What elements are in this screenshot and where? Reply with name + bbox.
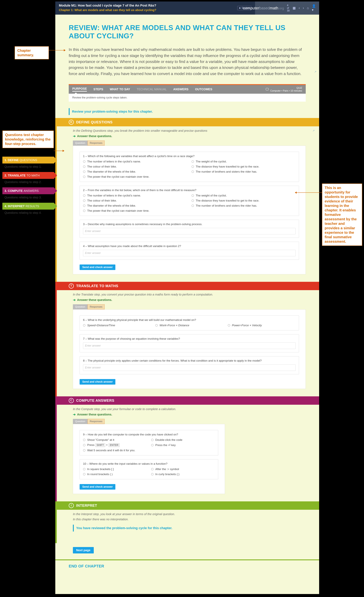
option-label: Shout "Compute" at it bbox=[87, 438, 114, 441]
option[interactable]: Shout "Compute" at it bbox=[83, 438, 147, 441]
tab-responses[interactable]: Responses bbox=[88, 141, 105, 146]
tab-answers[interactable]: ANSWERS bbox=[173, 87, 188, 91]
tab-note: Review the problem-solving cycle steps t… bbox=[69, 94, 306, 102]
send-check-button[interactable]: Send and check answer bbox=[80, 484, 115, 490]
option[interactable]: In square brackets [ ] bbox=[83, 468, 147, 471]
option[interactable]: The power that the cyclist can maintain … bbox=[83, 175, 187, 178]
question-10: 10 – Where do you write the input variab… bbox=[80, 459, 218, 479]
prev-icon[interactable]: ‹ bbox=[299, 6, 300, 10]
option[interactable]: After the := symbol bbox=[151, 468, 215, 471]
radio-icon bbox=[83, 171, 85, 173]
answer-input[interactable]: Enter answer bbox=[83, 364, 296, 371]
radio-icon bbox=[151, 473, 153, 475]
option[interactable]: The diameter of the wheels of the bike. bbox=[83, 204, 187, 207]
option[interactable]: The diameter of the wheels of the bike. bbox=[83, 170, 187, 173]
radio-icon bbox=[191, 165, 194, 168]
option[interactable]: Press the ⏎ key bbox=[151, 443, 215, 447]
option[interactable]: The distance they have travelled to get … bbox=[191, 165, 296, 168]
popout-icon[interactable]: ↗ bbox=[312, 129, 315, 132]
radio-icon bbox=[83, 160, 85, 163]
option-label: The colour of their bike. bbox=[87, 165, 117, 168]
annot-chapter-summary: Chapter summary. bbox=[15, 46, 49, 59]
option-label: Power=Force × Velocity bbox=[232, 324, 262, 327]
grid-icon[interactable]: ▦ bbox=[293, 6, 296, 10]
option[interactable]: Press SHIFT + ENTER bbox=[83, 443, 147, 447]
header-titles: Module M1: How fast could I cycle stage … bbox=[55, 1, 237, 15]
next-icon[interactable]: › bbox=[303, 6, 304, 10]
option[interactable]: Double-click the code bbox=[151, 438, 215, 441]
option-label: The number of brothers and sisters the r… bbox=[196, 170, 257, 173]
option[interactable]: In round brackets ( ) bbox=[83, 473, 147, 476]
radio-icon bbox=[151, 444, 153, 446]
quiz-sub: Computer • Pairs • 10 minutes bbox=[270, 89, 302, 92]
option[interactable]: The weight of the cyclist. bbox=[191, 160, 296, 163]
answer-input[interactable]: Enter answer bbox=[83, 250, 296, 256]
option-label: Press SHIFT + ENTER bbox=[87, 443, 120, 447]
header-right: computerbasedmath.org 4 of 30 ▦ ‹ › ⌂ 👤▾ bbox=[255, 1, 319, 15]
option[interactable]: The weight of the cyclist. bbox=[191, 194, 296, 197]
option[interactable]: The distance they have travelled to get … bbox=[191, 199, 296, 202]
chip-bold: 3. COMPUTE bbox=[4, 189, 23, 193]
option[interactable]: Speed=Distance/Time bbox=[83, 324, 151, 327]
option-label: The distance they have travelled to get … bbox=[196, 165, 259, 168]
question-4: 4 – What assumption have you made about … bbox=[80, 242, 299, 260]
kbd-key: ENTER bbox=[108, 443, 120, 447]
tab-techmanual[interactable]: TECHNICAL MANUAL bbox=[137, 87, 167, 91]
chip-sub: Questions relating to step 1. bbox=[4, 165, 54, 168]
question-text: 7 – What was the purpose of choosing an … bbox=[83, 337, 296, 340]
user-icon[interactable]: 👤▾ bbox=[312, 4, 316, 12]
option[interactable]: The number of letters in the cyclist's n… bbox=[83, 194, 187, 197]
tab-question[interactable]: Question bbox=[73, 419, 88, 424]
radio-icon bbox=[191, 160, 194, 163]
option[interactable]: The colour of their bike. bbox=[83, 199, 187, 202]
question-9: 9 – How do you tell the computer to comp… bbox=[80, 430, 218, 456]
option[interactable]: The number of brothers and sisters the r… bbox=[191, 204, 296, 207]
radio-icon bbox=[83, 439, 85, 441]
answer-input[interactable]: Enter answer bbox=[83, 343, 296, 349]
step-intro: In the Compute step, you use your formul… bbox=[73, 407, 306, 411]
radio-icon bbox=[155, 324, 158, 327]
brand-part: based bbox=[259, 6, 270, 10]
option[interactable]: The power that the cyclist can maintain … bbox=[83, 209, 187, 212]
answer-input[interactable]: Enter answer bbox=[83, 228, 296, 234]
chip-sub: Questions relating to step 2. bbox=[4, 180, 54, 184]
radio-icon bbox=[228, 324, 230, 327]
chip-sub: Questions relating to step 3. bbox=[4, 196, 54, 199]
tab-purpose[interactable]: PURPOSE bbox=[72, 87, 87, 92]
option-label: Double-click the code bbox=[155, 438, 182, 441]
option[interactable]: The number of letters in the cyclist's n… bbox=[83, 160, 187, 163]
next-page-button[interactable]: Next page bbox=[73, 547, 94, 553]
tab-responses[interactable]: Responses bbox=[88, 419, 105, 424]
tab-question[interactable]: Question bbox=[73, 141, 88, 146]
radio-icon bbox=[191, 199, 194, 202]
step-title: COMPUTE ANSWERS bbox=[76, 399, 114, 403]
radio-icon bbox=[83, 449, 85, 452]
send-check-button[interactable]: Send and check answer bbox=[80, 379, 115, 385]
step-letter: C bbox=[69, 398, 74, 403]
option[interactable]: In curly brackets { } bbox=[151, 473, 215, 476]
question-text: 6 – What is the underlying physical prin… bbox=[83, 318, 296, 322]
option-label: The number of brothers and sisters the r… bbox=[196, 204, 257, 207]
tab-responses[interactable]: Responses bbox=[88, 304, 105, 309]
send-check-button[interactable]: Send and check answer bbox=[80, 265, 115, 270]
answer-these: Answer these questions. bbox=[73, 413, 306, 416]
annot-text: Chapter summary. bbox=[15, 46, 49, 59]
page-title: REVIEW: WHAT ARE MODELS AND WHAT CAN THE… bbox=[69, 24, 306, 40]
question-text: 1 – Which of the following are variables… bbox=[83, 155, 296, 158]
tab-whattosay[interactable]: WHAT TO SAY bbox=[110, 87, 130, 91]
radio-icon bbox=[83, 324, 85, 327]
tab-question[interactable]: Question bbox=[73, 304, 88, 309]
option[interactable]: Wait 5 seconds and it will do it for you… bbox=[83, 449, 147, 452]
option[interactable]: Power=Force × Velocity bbox=[228, 324, 296, 327]
option[interactable]: The colour of their bike. bbox=[83, 165, 187, 168]
option[interactable]: Work=Force × Distance bbox=[155, 324, 223, 327]
tab-outcomes[interactable]: OUTCOMES bbox=[195, 87, 212, 91]
answer-these: Answer these questions. bbox=[73, 134, 306, 138]
brand[interactable]: computerbasedmath.org bbox=[243, 6, 284, 10]
popout-icon[interactable]: ↗ bbox=[314, 70, 317, 73]
tab-steps[interactable]: STEPS bbox=[93, 87, 103, 91]
brand-part: computer bbox=[243, 6, 259, 10]
brand-part: math bbox=[270, 6, 278, 10]
home-icon[interactable]: ⌂ bbox=[307, 6, 309, 10]
option[interactable]: The number of brothers and sisters the r… bbox=[191, 170, 296, 173]
